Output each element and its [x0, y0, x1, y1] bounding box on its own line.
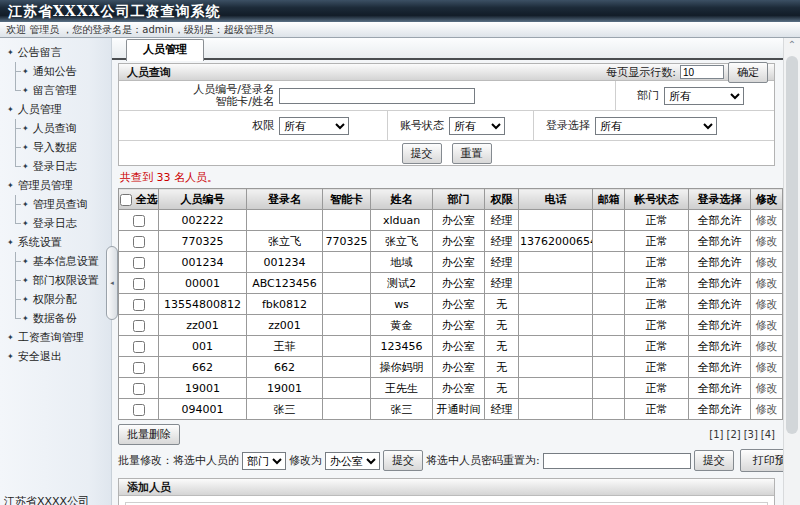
modify-link[interactable]: 修改	[756, 256, 778, 269]
modify-link[interactable]: 修改	[756, 403, 778, 416]
row-checkbox[interactable]	[133, 299, 145, 311]
table-row: 13554800812fbk0812ws办公室无正常全部允许修改	[119, 294, 783, 315]
cell-login-select: 全部允许	[689, 273, 751, 294]
cell-modify: 修改	[751, 294, 783, 315]
tree-branch	[11, 195, 22, 214]
modify-link[interactable]: 修改	[756, 277, 778, 290]
sidebar-item[interactable]: ✦管理员管理	[0, 176, 111, 195]
cell-modify: 修改	[751, 315, 783, 336]
modify-link[interactable]: 修改	[756, 214, 778, 227]
app-title: 江苏省XXXX公司工资查询系统	[8, 3, 220, 19]
sidebar-item[interactable]: ✦数据备份	[0, 309, 111, 328]
keyword-input[interactable]	[279, 88, 475, 104]
print-preview-button[interactable]: 打印预览	[740, 449, 783, 472]
vertical-scrollbar[interactable]: ⌃	[783, 38, 800, 505]
table-row: 662662操你妈明办公室无正常全部允许修改	[119, 357, 783, 378]
row-checkbox[interactable]	[133, 341, 145, 353]
sidebar-item[interactable]: ✦安全退出	[0, 347, 111, 366]
cell-dept: 办公室	[433, 336, 485, 357]
sidebar-collapse-handle[interactable]: ◂	[106, 246, 118, 320]
cell-dept: 办公室	[433, 294, 485, 315]
diamond-icon: ✦	[22, 252, 29, 271]
modify-link[interactable]: 修改	[756, 235, 778, 248]
account-status-select[interactable]: 所有	[449, 117, 505, 135]
row-checkbox[interactable]	[133, 278, 145, 290]
row-checkbox[interactable]	[133, 383, 145, 395]
row-checkbox[interactable]	[133, 257, 145, 269]
sidebar-item-label: 工资查询管理	[18, 328, 84, 347]
batch-delete-button[interactable]: 批量删除	[118, 424, 180, 445]
app-window: 江苏省XXXX公司工资查询系统 欢迎 管理员 ，您的登录名是：admin，级别是…	[0, 0, 800, 505]
cell-phone	[519, 357, 593, 378]
sidebar-item[interactable]: ✦部门权限设置	[0, 271, 111, 290]
row-checkbox[interactable]	[133, 320, 145, 332]
tree-branch	[11, 309, 22, 328]
cell-id: 662	[159, 357, 247, 378]
sidebar-item-label: 管理员查询	[33, 195, 88, 214]
modify-link[interactable]: 修改	[756, 319, 778, 332]
sidebar-item[interactable]: ✦通知公告	[0, 62, 111, 81]
sidebar-item[interactable]: ✦登录日志	[0, 157, 111, 176]
batch-modify-submit-button[interactable]: 提交	[383, 450, 423, 471]
sidebar-item[interactable]: ✦工资查询管理	[0, 328, 111, 347]
batch-field-select[interactable]: 部门	[242, 452, 286, 470]
row-checkbox[interactable]	[133, 404, 145, 416]
row-checkbox[interactable]	[133, 362, 145, 374]
cell-status: 正常	[625, 273, 689, 294]
app-titlebar: 江苏省XXXX公司工资查询系统	[0, 0, 800, 22]
scrollbar-thumb[interactable]	[786, 56, 798, 434]
diamond-icon: ✦	[22, 290, 29, 309]
login-select[interactable]: 所有	[595, 117, 717, 135]
password-reset-input[interactable]	[543, 453, 691, 469]
dept-select[interactable]: 所有	[664, 87, 744, 105]
tab-personnel-management[interactable]: 人员管理	[126, 39, 204, 61]
cell-card	[323, 357, 371, 378]
per-page-input[interactable]	[680, 65, 724, 79]
col-smart-card: 智能卡	[323, 189, 371, 210]
table-row: 094001张三张三开通时间经理正常全部允许修改	[119, 399, 783, 420]
sidebar-item[interactable]: ✦人员查询	[0, 119, 111, 138]
sidebar-item[interactable]: ✦留言管理	[0, 81, 111, 100]
cell-email	[593, 294, 625, 315]
page-link[interactable]: [3]	[744, 429, 758, 440]
search-submit-button[interactable]: 提交	[402, 143, 442, 164]
cell-dept: 办公室	[433, 357, 485, 378]
diamond-icon: ✦	[22, 271, 29, 290]
sidebar-item[interactable]: ✦导入数据	[0, 138, 111, 157]
sidebar-item[interactable]: ✦登录日志	[0, 214, 111, 233]
cell-card	[323, 336, 371, 357]
cell-phone	[519, 210, 593, 231]
scroll-up-icon[interactable]: ⌃	[784, 38, 800, 54]
password-reset-submit-button[interactable]: 提交	[694, 450, 734, 471]
perm-select[interactable]: 所有	[279, 117, 349, 135]
per-page-confirm-button[interactable]: 确定	[728, 62, 768, 83]
cell-name: 123456	[371, 336, 433, 357]
modify-to-label: 修改为	[289, 453, 322, 468]
search-reset-button[interactable]: 重置	[452, 143, 492, 164]
sidebar-item[interactable]: ✦管理员查询	[0, 195, 111, 214]
sidebar-item[interactable]: ✦系统设置	[0, 233, 111, 252]
sidebar-item[interactable]: ✦人员管理	[0, 100, 111, 119]
batch-value-select[interactable]: 办公室	[325, 452, 380, 470]
tree-branch	[11, 290, 22, 309]
page-link[interactable]: [1]	[709, 429, 723, 440]
cell-select	[119, 210, 159, 231]
modify-link[interactable]: 修改	[756, 361, 778, 374]
cell-name: 张立飞	[371, 231, 433, 252]
sidebar-item-label: 人员管理	[18, 100, 62, 119]
page-link[interactable]: [2]	[726, 429, 740, 440]
cell-dept: 开通时间	[433, 399, 485, 420]
sidebar-item[interactable]: ✦基本信息设置	[0, 252, 111, 271]
select-all-checkbox[interactable]	[120, 194, 132, 206]
tree-branch	[11, 252, 22, 271]
modify-link[interactable]: 修改	[756, 382, 778, 395]
col-name: 姓名	[371, 189, 433, 210]
page-link[interactable]: [4]	[761, 429, 775, 440]
row-checkbox[interactable]	[133, 236, 145, 248]
row-checkbox[interactable]	[133, 215, 145, 227]
sidebar-item[interactable]: ✦权限分配	[0, 290, 111, 309]
sidebar-item[interactable]: ✦公告留言	[0, 43, 111, 62]
modify-link[interactable]: 修改	[756, 340, 778, 353]
tree-branch	[11, 271, 22, 290]
modify-link[interactable]: 修改	[756, 298, 778, 311]
